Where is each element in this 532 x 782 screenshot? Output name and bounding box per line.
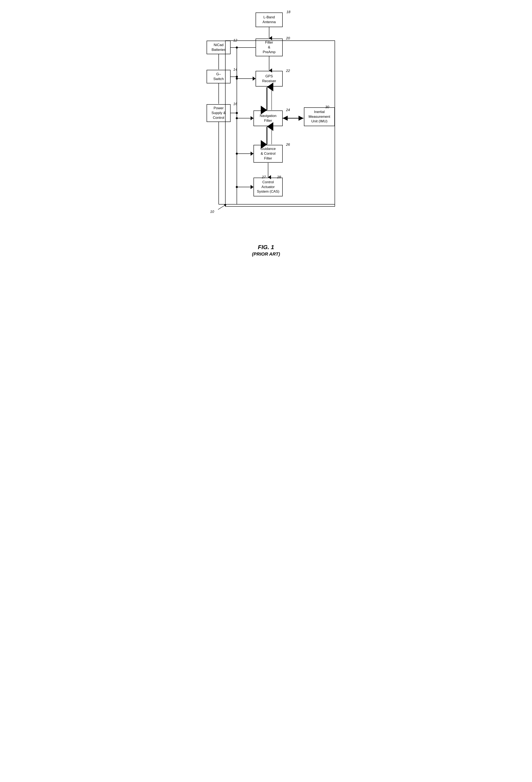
ref-27: 27 bbox=[262, 175, 266, 179]
ref-30: 30 bbox=[325, 105, 329, 109]
box-gswitch-label: G–Switch bbox=[213, 72, 224, 81]
caption: FIG. 1 (PRIOR ART) bbox=[252, 244, 280, 257]
box-antenna: L-BandAntenna bbox=[256, 12, 283, 27]
svg-point-31 bbox=[236, 117, 238, 119]
box-guidance-label: Guidance& ControlFilter bbox=[260, 147, 276, 161]
ref-18: 18 bbox=[286, 10, 290, 14]
ref-14: 14 bbox=[233, 68, 237, 72]
box-nav-filter: NavigationFilter bbox=[253, 110, 283, 126]
diagram: L-BandAntenna 18 Filter&PreAmp 20 GPSRec… bbox=[195, 8, 337, 238]
box-nav-filter-label: NavigationFilter bbox=[260, 114, 276, 123]
box-imu: InertialMeasurementUnit (IMU) bbox=[304, 107, 335, 126]
box-antenna-label: L-BandAntenna bbox=[262, 15, 276, 25]
box-filter-preamp: Filter&PreAmp bbox=[256, 39, 283, 56]
box-nicad-label: NiCadBatteries bbox=[212, 43, 225, 52]
svg-point-26 bbox=[236, 77, 238, 80]
svg-point-33 bbox=[236, 153, 238, 155]
box-power-supply: PowerSupply &Control bbox=[207, 104, 230, 122]
ref-10: 10 bbox=[210, 210, 214, 214]
box-imu-label: InertialMeasurementUnit (IMU) bbox=[309, 110, 330, 124]
ref-16: 16 bbox=[233, 102, 237, 106]
ref-28: 28 bbox=[277, 175, 281, 179]
ref-12: 12 bbox=[233, 38, 237, 42]
box-power-supply-label: PowerSupply &Control bbox=[211, 106, 225, 120]
box-nicad: NiCadBatteries bbox=[207, 41, 230, 54]
box-gps-label: GPSReceiver bbox=[262, 74, 276, 83]
svg-point-29 bbox=[236, 112, 238, 114]
ref-24: 24 bbox=[286, 108, 290, 112]
svg-point-27 bbox=[236, 46, 238, 48]
svg-point-35 bbox=[236, 186, 238, 188]
box-cas: ControlActuatorSystem (CAS) bbox=[253, 178, 283, 197]
box-filter-preamp-label: Filter&PreAmp bbox=[263, 40, 275, 55]
ref-26: 26 bbox=[286, 143, 290, 147]
svg-line-41 bbox=[218, 204, 226, 210]
svg-point-24 bbox=[236, 76, 238, 78]
box-gps: GPSReceiver bbox=[256, 71, 283, 86]
box-cas-label: ControlActuatorSystem (CAS) bbox=[257, 180, 279, 194]
box-gswitch: G–Switch bbox=[207, 70, 230, 83]
figure-label: FIG. 1 bbox=[252, 244, 280, 251]
ref-22: 22 bbox=[286, 69, 290, 73]
ref-20: 20 bbox=[286, 36, 290, 40]
prior-art-label: (PRIOR ART) bbox=[252, 251, 280, 257]
box-guidance: Guidance& ControlFilter bbox=[253, 145, 283, 163]
